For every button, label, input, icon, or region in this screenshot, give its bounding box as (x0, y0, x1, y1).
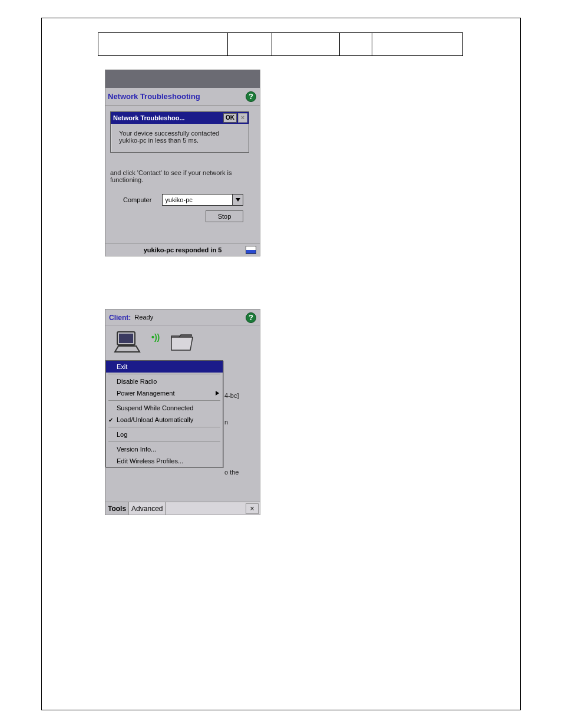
menu-item-disable-radio[interactable]: Disable Radio (106, 375, 223, 387)
svg-marker-0 (236, 198, 240, 202)
status-bar: yukiko-pc responded in 5 (105, 243, 260, 256)
stop-button[interactable]: Stop (206, 210, 243, 222)
menubar-tools[interactable]: Tools (105, 502, 129, 515)
tools-menu-popup: Exit Disable Radio Power Management Susp… (105, 360, 223, 467)
obscured-text: 4-bc] (224, 392, 239, 399)
menu-item-version-info[interactable]: Version Info... (106, 443, 223, 455)
menu-item-load-unload[interactable]: ✔ Load/Unload Automatically (106, 414, 223, 426)
menu-label: Exit (117, 363, 127, 370)
menu-item-power-management[interactable]: Power Management (106, 387, 223, 399)
screenshot-client-tools-menu: Client: Ready ? •)) 4-bc] n o the (105, 309, 260, 515)
close-icon[interactable]: × (238, 113, 247, 123)
panel-body: Network Troubleshoo... OK × Your device … (105, 106, 260, 243)
menu-label: Disable Radio (117, 378, 157, 385)
monitor-icon (246, 246, 256, 254)
laptop-icon (114, 331, 141, 356)
help-icon[interactable]: ? (246, 91, 256, 102)
help-icon[interactable]: ? (246, 312, 256, 323)
menu-separator (108, 374, 220, 374)
ready-label: Ready (134, 314, 246, 322)
header-cell (340, 33, 372, 55)
menu-label: Power Management (117, 390, 174, 397)
menu-label: Load/Unload Automatically (117, 416, 193, 423)
panel-header: Network Troubleshooting ? (105, 88, 260, 106)
window-titlebar (105, 70, 260, 88)
menubar-label: Tools (108, 505, 126, 513)
obscured-text: n (224, 419, 228, 426)
check-icon: ✔ (108, 417, 113, 423)
dialog-body: Your device successfully contacted yukik… (111, 124, 249, 152)
menu-item-log[interactable]: Log (106, 429, 223, 440)
obscured-text: o the (224, 469, 239, 476)
menu-item-exit[interactable]: Exit (106, 361, 223, 373)
dialog-title: Network Troubleshoo... (113, 114, 223, 121)
dropdown-button[interactable] (233, 194, 243, 206)
menubar-advanced[interactable]: Advanced (129, 502, 166, 515)
submenu-arrow-icon (216, 390, 219, 397)
dialog-titlebar[interactable]: Network Troubleshoo... OK × (111, 112, 249, 124)
screenshot-network-troubleshooting: Network Troubleshooting ? Network Troubl… (105, 70, 260, 256)
panel-title: Network Troubleshooting (108, 92, 246, 101)
folder-icon (170, 332, 194, 354)
menu-bar: Tools Advanced × (105, 502, 260, 515)
close-button[interactable]: × (246, 503, 259, 514)
page: Network Troubleshooting ? Network Troubl… (0, 0, 562, 728)
dialog-network-troubleshoo: Network Troubleshoo... OK × Your device … (110, 111, 249, 153)
menu-separator (108, 442, 220, 442)
menu-label: Version Info... (117, 446, 156, 453)
instruction-text: and click 'Contact' to see if your netwo… (110, 169, 255, 183)
signal-icon: •)) (151, 332, 160, 342)
svg-marker-3 (115, 346, 140, 352)
menu-item-suspend[interactable]: Suspend While Connected (106, 402, 223, 414)
menubar-label: Advanced (131, 505, 163, 513)
menu-label: Suspend While Connected (117, 404, 193, 411)
menu-separator (108, 400, 220, 401)
ok-button[interactable]: OK (223, 113, 237, 123)
menu-label: Log (117, 431, 127, 438)
client-header: Client: Ready ? (105, 309, 260, 326)
header-cell (372, 33, 462, 55)
header-cell (98, 33, 228, 55)
menu-separator (108, 427, 220, 427)
client-label: Client: (109, 314, 131, 322)
computer-label: Computer (123, 196, 151, 203)
menu-item-edit-profiles[interactable]: Edit Wireless Profiles... (106, 455, 223, 467)
icon-row: •)) (105, 326, 260, 360)
computer-field-row: Computer (123, 194, 243, 206)
menu-label: Edit Wireless Profiles... (117, 457, 183, 465)
status-text: yukiko-pc responded in 5 (144, 246, 222, 253)
header-cell (272, 33, 340, 55)
header-row (98, 32, 463, 56)
computer-input[interactable] (162, 194, 233, 206)
svg-marker-6 (216, 391, 219, 396)
chevron-down-icon (236, 198, 240, 202)
computer-combo[interactable] (162, 194, 243, 206)
svg-rect-2 (119, 334, 133, 343)
header-cell (228, 33, 272, 55)
svg-marker-5 (171, 337, 193, 350)
